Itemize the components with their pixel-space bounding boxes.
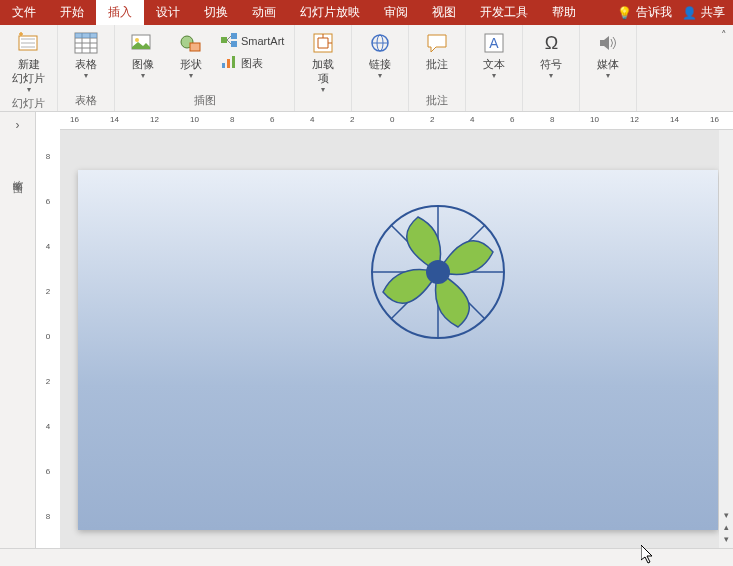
- ruler-tick: 8: [550, 115, 554, 124]
- ruler-tick: 4: [470, 115, 474, 124]
- speaker-icon: [596, 31, 620, 55]
- tab-developer[interactable]: 开发工具: [468, 0, 540, 25]
- smartart-icon: [221, 33, 237, 49]
- shapes-label: 形状: [180, 57, 202, 71]
- images-button[interactable]: 图像 ▾: [121, 27, 165, 80]
- tab-view[interactable]: 视图: [420, 0, 468, 25]
- chart-button[interactable]: 图表: [217, 53, 288, 73]
- group-comments: 批注 批注: [409, 25, 466, 111]
- shapes-button[interactable]: 形状 ▾: [169, 27, 213, 80]
- symbols-label: 符号: [540, 57, 562, 71]
- tab-review[interactable]: 审阅: [372, 0, 420, 25]
- symbols-button[interactable]: Ω 符号 ▾: [529, 27, 573, 80]
- share-button[interactable]: 👤 共享: [682, 4, 725, 21]
- tab-file[interactable]: 文件: [0, 0, 48, 25]
- ruler-tick: 8: [36, 152, 60, 161]
- svg-point-32: [426, 260, 450, 284]
- chevron-down-icon: ▾: [606, 71, 610, 80]
- tab-help[interactable]: 帮助: [540, 0, 588, 25]
- scroll-down-icon[interactable]: ▾: [724, 510, 729, 520]
- smartart-button[interactable]: SmartArt: [217, 31, 288, 51]
- prev-slide-icon[interactable]: ▴: [724, 522, 729, 532]
- new-slide-button[interactable]: 新建 幻灯片 ▾: [6, 27, 51, 94]
- group-media: 媒体 ▾: [580, 25, 637, 111]
- chevron-down-icon: ▾: [378, 71, 382, 80]
- fan-shape[interactable]: [368, 202, 508, 342]
- ruler-tick: 16: [710, 115, 719, 124]
- ruler-tick: 0: [390, 115, 394, 124]
- new-slide-icon: [17, 31, 41, 55]
- next-slide-icon[interactable]: ▾: [724, 534, 729, 544]
- media-button[interactable]: 媒体 ▾: [586, 27, 630, 80]
- addins-label: 加载 项: [312, 57, 334, 85]
- addins-button[interactable]: 加载 项 ▾: [301, 27, 345, 94]
- chevron-down-icon: ▾: [189, 71, 193, 80]
- chevron-down-icon: ▾: [84, 71, 88, 80]
- text-button[interactable]: A 文本 ▾: [472, 27, 516, 80]
- ruler-tick: 6: [36, 197, 60, 206]
- share-icon: 👤: [682, 6, 697, 20]
- ruler-tick: 4: [36, 242, 60, 251]
- slide[interactable]: [78, 170, 718, 530]
- share-label: 共享: [701, 4, 725, 21]
- group-tables: 表格 ▾ 表格: [58, 25, 115, 111]
- tab-animation[interactable]: 动画: [240, 0, 288, 25]
- svg-rect-3: [21, 46, 35, 48]
- text-label: 文本: [483, 57, 505, 71]
- text-icon: A: [482, 31, 506, 55]
- tab-insert[interactable]: 插入: [96, 0, 144, 25]
- tell-me[interactable]: 💡 告诉我: [617, 4, 672, 21]
- group-addins: 加载 项 ▾: [295, 25, 352, 111]
- chevron-down-icon: ▾: [549, 71, 553, 80]
- tab-transition[interactable]: 切换: [192, 0, 240, 25]
- symbol-icon: Ω: [539, 31, 563, 55]
- svg-rect-1: [21, 38, 35, 40]
- ruler-tick: 12: [150, 115, 159, 124]
- svg-rect-19: [227, 59, 230, 68]
- comment-icon: [425, 31, 449, 55]
- ruler-tick: 2: [36, 377, 60, 386]
- ruler-tick: 12: [630, 115, 639, 124]
- chevron-down-icon: ▾: [141, 71, 145, 80]
- table-label: 表格: [75, 57, 97, 71]
- images-icon: [131, 31, 155, 55]
- ruler-tick: 6: [510, 115, 514, 124]
- ribbon: 新建 幻灯片 ▾ 幻灯片 表格 ▾ 表格 图像 ▾: [0, 25, 733, 112]
- group-illustrations: 图像 ▾ 形状 ▾ SmartArt 图表 插图: [115, 25, 295, 111]
- ruler-tick: 8: [36, 512, 60, 521]
- collapse-ribbon-icon[interactable]: ˄: [721, 29, 727, 42]
- table-icon: [74, 31, 98, 55]
- tab-slideshow[interactable]: 幻灯片放映: [288, 0, 372, 25]
- slide-canvas-wrap: [60, 130, 719, 548]
- table-button[interactable]: 表格 ▾: [64, 27, 108, 80]
- comments-button[interactable]: 批注: [415, 27, 459, 71]
- images-label: 图像: [132, 57, 154, 71]
- new-slide-label: 新建 幻灯片: [12, 57, 45, 85]
- vertical-scrollbar[interactable]: ▾ ▴ ▾: [719, 130, 733, 548]
- ruler-tick: 2: [350, 115, 354, 124]
- group-symbols: Ω 符号 ▾: [523, 25, 580, 111]
- ruler-tick: 10: [190, 115, 199, 124]
- media-label: 媒体: [597, 57, 619, 71]
- ruler-tick: 10: [590, 115, 599, 124]
- group-text: A 文本 ▾: [466, 25, 523, 111]
- chart-label: 图表: [241, 56, 263, 71]
- svg-rect-15: [221, 37, 227, 43]
- tab-home[interactable]: 开始: [48, 0, 96, 25]
- group-tables-label: 表格: [64, 91, 108, 111]
- chevron-down-icon: ▾: [27, 85, 31, 94]
- expand-pane-icon[interactable]: ›: [16, 118, 20, 132]
- addins-icon: [311, 31, 335, 55]
- outline-label: 缩略图: [11, 172, 25, 178]
- ruler-tick: 4: [310, 115, 314, 124]
- shapes-icon: [179, 31, 203, 55]
- group-slides: 新建 幻灯片 ▾ 幻灯片: [0, 25, 58, 111]
- svg-rect-2: [21, 42, 35, 44]
- ruler-tick: 16: [70, 115, 79, 124]
- links-button[interactable]: 链接 ▾: [358, 27, 402, 80]
- tab-design[interactable]: 设计: [144, 0, 192, 25]
- svg-point-12: [135, 38, 139, 42]
- ruler-tick: 2: [430, 115, 434, 124]
- ruler-tick: 0: [36, 332, 60, 341]
- svg-rect-14: [190, 43, 200, 51]
